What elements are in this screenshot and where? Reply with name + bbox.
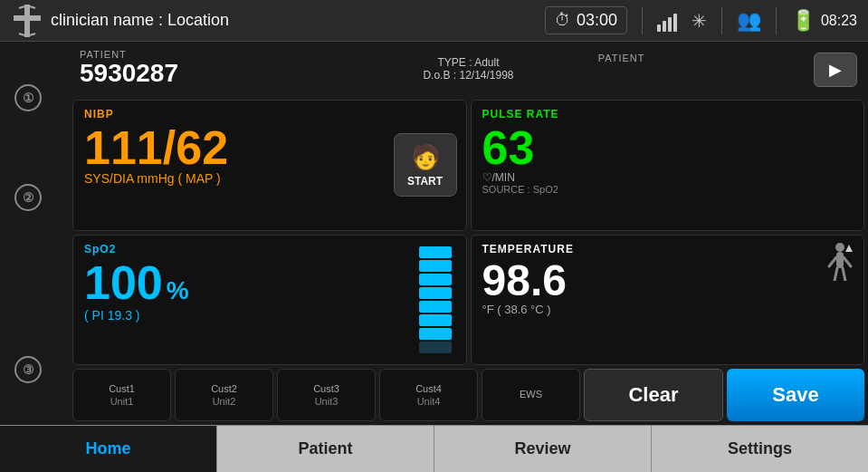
type-value: Adult <box>474 56 499 69</box>
spo2-unit: % <box>167 276 189 305</box>
battery-icon: 🔋 <box>791 9 816 33</box>
svg-point-2 <box>835 243 844 252</box>
bottom-nav: Home Patient Review Settings <box>0 425 868 472</box>
custom-card-1[interactable]: Cust1 Unit1 <box>72 369 171 421</box>
tab-review-label: Review <box>514 439 570 458</box>
spo2-value: 100 <box>84 259 163 306</box>
cust3-bottom: Unit3 <box>315 396 339 407</box>
header-controls: ⏱ 03:00 ✳ 👥 🔋 08:23 <box>545 6 857 34</box>
pulse-card: PULSE RATE 63 ♡/MIN SOURCE : SpO2 <box>471 100 865 231</box>
battery-display: 🔋 08:23 <box>791 9 857 33</box>
spo2-bar-seg-6 <box>419 274 452 285</box>
patient-type-dob: TYPE : Adult D.o.B : 12/14/1998 <box>339 49 597 82</box>
type-label: TYPE : <box>437 56 472 69</box>
pulse-unit: ♡/MIN <box>482 171 854 184</box>
save-button[interactable]: Save <box>727 369 864 421</box>
patient-info: PATIENT 5930287 <box>80 49 339 88</box>
custom-cards: Cust1 Unit1 Cust2 Unit2 Cust3 Unit3 Cust… <box>72 369 580 421</box>
vitals-grid: NIBP 111/62 SYS/DIA mmHg ( MAP ) 🧑 START… <box>72 100 864 365</box>
pulse-value: 63 <box>482 124 854 171</box>
tab-settings-label: Settings <box>728 439 792 458</box>
nibp-card: NIBP 111/62 SYS/DIA mmHg ( MAP ) 🧑 START <box>72 100 467 231</box>
play-button[interactable]: ▶ <box>814 53 857 87</box>
start-label: START <box>407 175 443 188</box>
timer-value: 03:00 <box>577 11 617 30</box>
spo2-bar-seg-3 <box>419 314 452 326</box>
spo2-bar-seg-8 <box>419 246 452 258</box>
header-title: clinician name : Location <box>51 11 545 30</box>
patient-row: PATIENT 5930287 TYPE : Adult D.o.B : 12/… <box>72 45 864 96</box>
nibp-label: NIBP <box>84 108 455 120</box>
svg-marker-8 <box>845 245 853 252</box>
spo2-value-row: 100 % <box>84 259 455 306</box>
cust4-bottom: Unit4 <box>417 396 441 407</box>
start-icon: 🧑 <box>411 143 440 171</box>
tab-settings[interactable]: Settings <box>652 426 868 472</box>
body-icon <box>827 243 853 288</box>
timer-icon: ⏱ <box>555 11 571 30</box>
label-2: ② <box>14 184 42 211</box>
spo2-bar-seg-7 <box>419 260 452 272</box>
spo2-card: SpO2 100 % ( PI 19.3 ) <box>72 235 467 366</box>
tab-patient-label: Patient <box>298 439 352 458</box>
tab-home-label: Home <box>85 439 130 458</box>
pulse-source: SOURCE : SpO2 <box>482 184 854 195</box>
tab-review[interactable]: Review <box>434 426 652 472</box>
logo-icon <box>11 5 43 37</box>
pulse-label: PULSE RATE <box>482 108 854 120</box>
tab-patient[interactable]: Patient <box>217 426 434 472</box>
patient-id: 5930287 <box>80 60 339 88</box>
spo2-bar-seg-4 <box>419 301 452 313</box>
spo2-bar-seg-1 <box>419 342 452 353</box>
side-labels: ① ② ③ <box>0 42 69 425</box>
dob-value: 12/14/1998 <box>459 69 513 82</box>
svg-rect-3 <box>836 252 844 268</box>
temp-label: TEMPERATURE <box>482 243 854 255</box>
timer-display[interactable]: ⏱ 03:00 <box>545 6 627 34</box>
play-icon: ▶ <box>829 60 842 80</box>
svg-line-6 <box>835 268 837 281</box>
patient-right-label: PATIENT <box>598 53 645 63</box>
spo2-bar-seg-5 <box>419 287 452 299</box>
tab-home[interactable]: Home <box>0 426 217 472</box>
clear-button[interactable]: Clear <box>584 369 723 421</box>
spo2-bar-seg-2 <box>419 328 452 340</box>
dob-label: D.o.B : <box>423 69 456 82</box>
separator-2 <box>721 7 722 34</box>
temp-card: TEMPERATURE 98.6 °F ( 38.6 °C ) <box>471 235 865 366</box>
loading-icon: ✳ <box>692 10 707 32</box>
start-button[interactable]: 🧑 START <box>394 133 457 197</box>
main-area: ① ② ③ PATIENT 5930287 TYPE : Adult D.o.B… <box>0 42 868 425</box>
temp-value: 98.6 <box>482 259 854 303</box>
action-buttons: Clear Save <box>584 369 864 421</box>
custom-row: Cust1 Unit1 Cust2 Unit2 Cust3 Unit3 Cust… <box>72 369 864 421</box>
custom-card-4[interactable]: Cust4 Unit4 <box>379 369 478 421</box>
svg-rect-1 <box>14 15 41 21</box>
spo2-label: SpO2 <box>84 243 455 255</box>
cust2-top: Cust2 <box>211 383 237 394</box>
custom-card-2[interactable]: Cust2 Unit2 <box>175 369 273 421</box>
cust1-bottom: Unit1 <box>110 396 134 407</box>
content-area: PATIENT 5930287 TYPE : Adult D.o.B : 12/… <box>69 42 868 425</box>
svg-line-7 <box>843 268 845 281</box>
cust2-bottom: Unit2 <box>213 396 236 407</box>
cust3-top: Cust3 <box>313 383 339 394</box>
svg-line-5 <box>844 257 851 266</box>
spo2-bar <box>419 246 452 354</box>
label-1: ① <box>14 84 42 111</box>
custom-card-3[interactable]: Cust3 Unit3 <box>277 369 376 421</box>
svg-line-4 <box>829 257 836 266</box>
cust1-top: Cust1 <box>109 383 135 394</box>
patient-right: PATIENT ▶ <box>598 49 857 87</box>
separator-1 <box>642 7 643 34</box>
signal-icon <box>657 10 677 32</box>
ews-top: EWS <box>520 389 542 400</box>
separator-3 <box>776 7 777 34</box>
spo2-pi: ( PI 19.3 ) <box>84 308 455 323</box>
label-3: ③ <box>14 356 42 383</box>
cust4-top: Cust4 <box>415 383 442 394</box>
app-header: clinician name : Location ⏱ 03:00 ✳ 👥 🔋 … <box>0 0 868 42</box>
custom-card-ews[interactable]: EWS <box>482 369 580 421</box>
temp-unit: °F ( 38.6 °C ) <box>482 303 854 316</box>
clock-value: 08:23 <box>821 13 857 29</box>
